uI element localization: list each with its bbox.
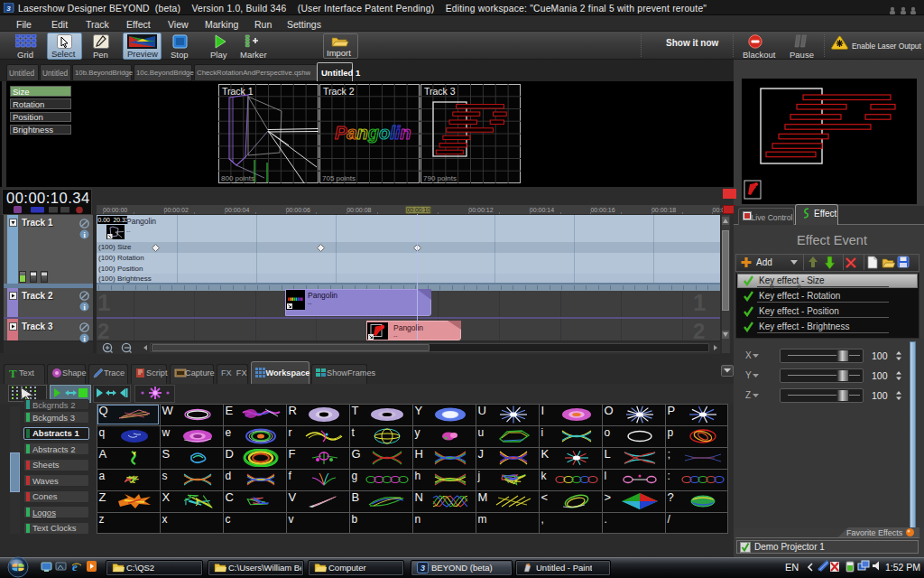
svg-text:Track 1: Track 1: [222, 86, 254, 97]
svg-text:3: 3: [6, 5, 11, 13]
svg-text:T: T: [9, 368, 17, 378]
svg-text:800 points: 800 points: [221, 174, 254, 182]
svg-text:Pangolin: Pangolin: [335, 123, 411, 143]
svg-text:Track 3: Track 3: [424, 86, 456, 97]
svg-text:705 points: 705 points: [322, 174, 356, 182]
svg-text:790 points: 790 points: [423, 174, 457, 182]
svg-text:e: e: [72, 560, 78, 573]
svg-text:3: 3: [420, 564, 425, 573]
svg-text:Track 2: Track 2: [323, 86, 355, 97]
